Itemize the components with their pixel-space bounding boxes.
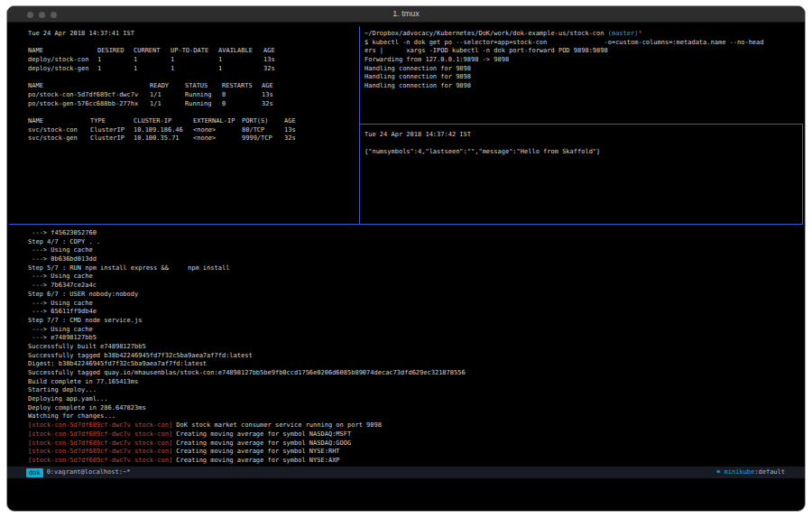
table-cell: 1 (218, 56, 263, 65)
blank-line (28, 39, 357, 48)
table-header-cell: PORT(S) (242, 117, 284, 126)
table-cell: 10.100.35.71 (134, 134, 193, 143)
table-cell: deploy/stock-gen (28, 65, 97, 74)
table-cell: 0 (222, 100, 262, 109)
terminal-line: [stock-con-5d7df689cf-dwc7v stock-con] C… (28, 430, 790, 439)
table-cell: 1 (134, 56, 171, 65)
pane-port-forward[interactable]: ~/Dropbox/advocacy/Kubernetes/DoK/work/d… (364, 30, 803, 91)
table-cell: ClusterIP (90, 134, 134, 143)
pod-log-prefix: [stock-con-5d7df689cf-dwc7v stock-con] (28, 421, 172, 429)
table-row: po/stock-con-5d7df689cf-dwc7v1/1Running0… (28, 91, 357, 100)
table-header-cell: DESIRED (97, 47, 134, 56)
table-cell: 13s (284, 126, 311, 135)
table-row: po/stock-gen-576cc688bb-277hx1/1Running0… (28, 100, 357, 109)
status-window-item[interactable]: 0:vagrant@localhost:~* (47, 467, 131, 478)
table-cell: 32s (263, 65, 291, 74)
terminal-line: ---> f45623052760 (28, 229, 790, 238)
service-response-json: {"numsymbols":4,"lastseen":"","message":… (364, 148, 803, 157)
table-header-cell: READY (150, 82, 185, 91)
table-cell: 0 (222, 91, 262, 100)
git-dirty-flag: * (638, 30, 641, 37)
git-branch: (master) (608, 30, 639, 37)
table-cell: 9999/TCP (242, 134, 284, 143)
table-cell: 1 (218, 65, 263, 74)
pod-log-message: Creating moving average for symbol NASDA… (172, 439, 351, 447)
prompt-path: ~/Dropbox/advocacy/Kubernetes/DoK/work/d… (364, 30, 608, 37)
table-cell: 1 (97, 56, 134, 65)
status-left: dok 0:vagrant@localhost:~* (26, 467, 130, 478)
table-row: deploy/stock-con111113s (28, 56, 357, 65)
pod-log-message: Creating moving average for symbol NYSE:… (172, 457, 339, 464)
table-cell: Running (185, 100, 222, 109)
terminal-line: ---> e74898127bb5 (28, 334, 790, 343)
blank-line (364, 140, 803, 149)
terminal-line: Step 5/7 : RUN npm install express && np… (28, 264, 790, 273)
kube-namespace: :default (754, 468, 785, 476)
terminal-line: Step 6/7 : USER nobody:nobody (28, 291, 790, 300)
pod-log-message: DoK stock market consumer service runnin… (172, 421, 382, 429)
pod-log-prefix: [stock-con-5d7df689cf-dwc7v stock-con] (28, 430, 172, 438)
table-row: svc/stock-genClusterIP10.100.35.71<none>… (28, 134, 357, 143)
table-cell: 1 (97, 65, 134, 74)
pane-skaffold-build[interactable]: ---> f45623052760Step 4/7 : COPY . . ---… (28, 229, 790, 466)
pod-log-prefix: [stock-con-5d7df689cf-dwc7v stock-con] (28, 439, 172, 447)
table-cell: <none> (193, 126, 242, 135)
table-header-cell: STATUS (185, 82, 222, 91)
shell-prompt-line: ~/Dropbox/advocacy/Kubernetes/DoK/work/d… (364, 30, 803, 39)
terminal-line: [stock-con-5d7df689cf-dwc7v stock-con] C… (28, 448, 790, 457)
status-right: ☸ minikube:default (716, 467, 785, 478)
pane-timestamp: Tue 24 Apr 2018 14:37:41 IST (28, 30, 357, 39)
terminal-line: Digest: b38b42246945fd7f32c5ba9aea7af7fd… (28, 360, 790, 369)
table-cell: 80/TCP (242, 126, 284, 135)
table-row: deploy/stock-gen111132s (28, 65, 357, 74)
table-header-cell: NAME (28, 82, 150, 91)
table-header-row: NAMETYPECLUSTER-IPEXTERNAL-IPPORT(S)AGE (28, 117, 357, 126)
table-header-row: NAMEREADYSTATUSRESTARTSAGE (28, 82, 357, 91)
table-cell: svc/stock-gen (28, 134, 90, 143)
tmux-status-bar: dok 0:vagrant@localhost:~* ☸ minikube:de… (7, 467, 805, 478)
terminal-line: Successfully built e74898127bb5 (28, 343, 790, 352)
pane-timestamp: Tue 24 Apr 2018 14:37:42 IST (364, 131, 803, 140)
table-cell: 32s (284, 134, 311, 143)
table-header-cell: AGE (263, 47, 291, 56)
blank-line (28, 73, 357, 82)
pod-log-prefix: [stock-con-5d7df689cf-dwc7v stock-con] (28, 457, 172, 464)
table-header-cell: UP-TO-DATE (171, 47, 218, 56)
pod-log-message: Creating moving average for symbol NYSE:… (172, 448, 339, 455)
terminal-line: Successfully tagged quay.io/mhausenblas/… (28, 369, 790, 378)
pod-log-output: [stock-con-5d7df689cf-dwc7v stock-con] D… (28, 421, 790, 465)
terminal-line: [stock-con-5d7df689cf-dwc7v stock-con] C… (28, 439, 790, 449)
session-name-badge: dok (26, 468, 43, 477)
table-cell: <none> (193, 134, 242, 143)
window-titlebar[interactable]: 1. tmux (7, 6, 805, 23)
terminal-line: ---> 65611ff9db4e (28, 308, 790, 317)
terminal-line: Build complete in 77.165413ms (28, 378, 790, 387)
pane-curl-response[interactable]: Tue 24 Apr 2018 14:37:42 IST {"numsymbol… (364, 131, 803, 157)
pane-divider-vertical[interactable] (359, 26, 360, 225)
kubernetes-icon: ☸ (716, 468, 720, 476)
terminal-line: [stock-con-5d7df689cf-dwc7v stock-con] D… (28, 421, 790, 430)
tmux-session: Tue 24 Apr 2018 14:37:41 IST NAMEDESIRED… (7, 23, 805, 511)
table-header-row: NAMEDESIREDCURRENTUP-TO-DATEAVAILABLEAGE (28, 47, 357, 56)
table-cell: 1 (171, 65, 218, 74)
table-header-cell: TYPE (90, 117, 134, 126)
pod-log-prefix: [stock-con-5d7df689cf-dwc7v stock-con] (28, 448, 172, 455)
terminal-line: Handling connection for 9898 (364, 73, 803, 82)
table-cell: Running (185, 91, 222, 100)
table-cell: 1/1 (150, 100, 185, 109)
pane-divider-horizontal-main[interactable] (9, 224, 803, 225)
table-header-cell: CURRENT (134, 47, 171, 56)
table-header-cell: AGE (284, 117, 311, 126)
terminal-line: $ kubectl -n dok get po --selector=app=s… (364, 39, 803, 48)
build-output: ---> f45623052760Step 4/7 : COPY . . ---… (28, 229, 790, 421)
terminal-line: Step 4/7 : COPY . . (28, 238, 790, 247)
kube-context: minikube (724, 468, 755, 476)
terminal-line: Step 7/7 : CMD node service.js (28, 317, 790, 326)
terminal-line: ---> 7b6347ce2a4c (28, 282, 790, 291)
terminal-line: Watching for changes... (28, 412, 790, 421)
terminal-line: ---> Using cache (28, 300, 790, 309)
table-cell: 13s (263, 56, 291, 65)
pane-kubectl-watch[interactable]: Tue 24 Apr 2018 14:37:41 IST NAMEDESIRED… (28, 30, 357, 143)
pane-divider-horizontal-right[interactable] (359, 124, 803, 125)
table-header-cell: AVAILABLE (218, 47, 263, 56)
